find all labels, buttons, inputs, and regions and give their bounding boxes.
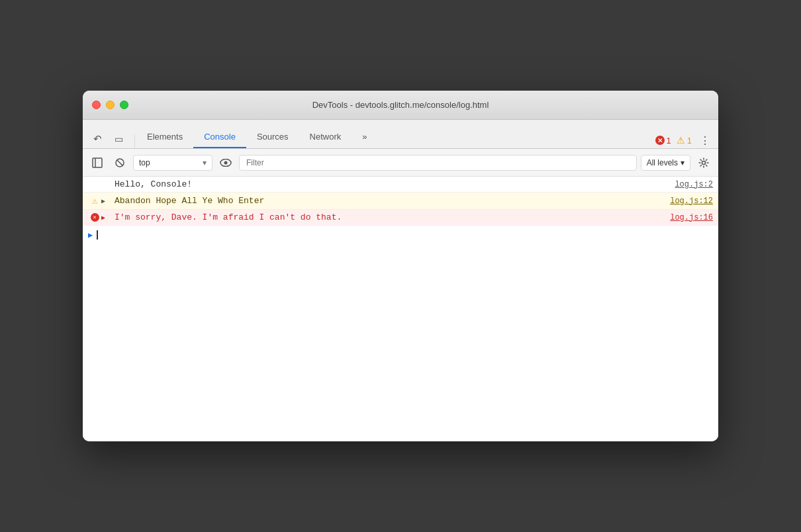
console-row-log: Hello, Console! log.js:2 bbox=[83, 177, 718, 193]
tab-elements[interactable]: Elements bbox=[136, 126, 193, 148]
traffic-lights bbox=[92, 101, 128, 109]
title-bar: DevTools - devtools.glitch.me/console/lo… bbox=[83, 91, 718, 120]
warn-type-icon: ⚠ bbox=[88, 195, 101, 206]
minimize-button[interactable] bbox=[106, 101, 115, 109]
inspector-button[interactable]: ↶ bbox=[88, 130, 107, 148]
tab-console[interactable]: Console bbox=[193, 126, 246, 148]
expand-arrow-error[interactable]: ▶ bbox=[101, 214, 112, 222]
expand-arrow-warn[interactable]: ▶ bbox=[101, 197, 112, 205]
warn-badge[interactable]: ⚠ 1 bbox=[677, 135, 692, 146]
console-message-error: I'm sorry, Dave. I'm afraid I can't do t… bbox=[112, 212, 670, 222]
console-row-error: ✕ ▶ I'm sorry, Dave. I'm afraid I can't … bbox=[83, 210, 718, 226]
sidebar-icon bbox=[92, 157, 103, 168]
clear-icon bbox=[115, 157, 125, 168]
console-message-warn: Abandon Hope All Ye Who Enter bbox=[112, 196, 670, 206]
log-link-0[interactable]: log.js:2 bbox=[675, 180, 713, 189]
log-link-1[interactable]: log.js:12 bbox=[670, 197, 713, 206]
error-type-icon: ✕ bbox=[88, 213, 101, 222]
log-link-2[interactable]: log.js:16 bbox=[670, 213, 713, 222]
svg-point-6 bbox=[702, 161, 706, 164]
close-button[interactable] bbox=[92, 101, 101, 109]
tab-bar-right: ✕ 1 ⚠ 1 ⋮ bbox=[655, 132, 713, 148]
device-toolbar-button[interactable]: ▭ bbox=[109, 130, 128, 148]
tab-bar-tools: ↶ ▭ bbox=[88, 130, 128, 148]
console-toolbar: top ▾ All levels ▾ bbox=[83, 149, 718, 177]
svg-point-5 bbox=[224, 161, 228, 164]
tab-bar: ↶ ▭ Elements Console Sources Network » bbox=[83, 120, 718, 149]
window-title: DevTools - devtools.glitch.me/console/lo… bbox=[312, 100, 489, 110]
mobile-icon: ▭ bbox=[115, 134, 123, 144]
gear-icon bbox=[698, 157, 709, 168]
prompt-icon: ▶ bbox=[88, 230, 93, 240]
console-input-row[interactable]: ▶ bbox=[83, 226, 718, 244]
tab-divider bbox=[134, 135, 135, 148]
cursor-icon: ↶ bbox=[93, 133, 102, 145]
chevron-down-icon: ▾ bbox=[681, 158, 684, 167]
devtools-window: DevTools - devtools.glitch.me/console/lo… bbox=[83, 91, 718, 441]
tab-sources[interactable]: Sources bbox=[246, 126, 299, 148]
maximize-button[interactable] bbox=[120, 101, 128, 109]
svg-rect-0 bbox=[93, 158, 102, 167]
console-row-warn: ⚠ ▶ Abandon Hope All Ye Who Enter log.js… bbox=[83, 193, 718, 210]
clear-console-button[interactable] bbox=[111, 154, 129, 172]
tab-network[interactable]: Network bbox=[299, 126, 352, 148]
warn-triangle-icon: ⚠ bbox=[677, 135, 685, 146]
sidebar-toggle-button[interactable] bbox=[88, 154, 107, 172]
cursor-blink bbox=[97, 230, 98, 240]
settings-button[interactable] bbox=[694, 154, 713, 172]
eye-icon bbox=[220, 159, 232, 167]
eye-button[interactable] bbox=[216, 154, 235, 172]
tab-more[interactable]: » bbox=[352, 126, 377, 148]
error-circle-icon: ✕ bbox=[655, 136, 665, 145]
console-output: Hello, Console! log.js:2 ⚠ ▶ Abandon Hop… bbox=[83, 177, 718, 441]
svg-line-3 bbox=[117, 160, 122, 165]
context-selector[interactable]: top ▾ bbox=[133, 155, 212, 171]
filter-input[interactable] bbox=[239, 155, 637, 171]
devtools-menu-button[interactable]: ⋮ bbox=[697, 132, 713, 148]
main-tabs: Elements Console Sources Network » bbox=[136, 126, 655, 148]
log-levels-selector[interactable]: All levels ▾ bbox=[641, 155, 690, 171]
error-badge[interactable]: ✕ 1 bbox=[655, 136, 671, 146]
console-message-log: Hello, Console! bbox=[112, 179, 675, 189]
chevron-down-icon: ▾ bbox=[203, 158, 207, 167]
